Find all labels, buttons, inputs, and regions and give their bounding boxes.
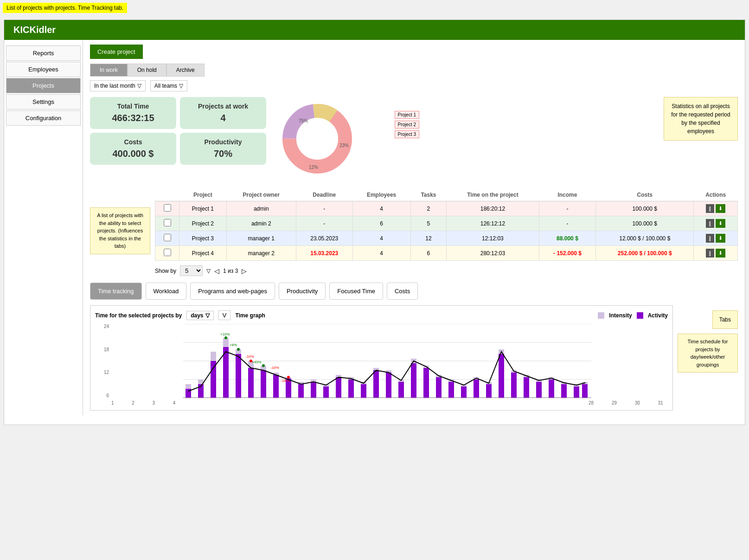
time-schedule-tooltip: Time schedule for projects by day/week/o… bbox=[678, 334, 738, 373]
total-time-label: Total Time bbox=[97, 103, 169, 110]
download-button-p4[interactable]: ⬇ bbox=[716, 249, 725, 257]
bar-act-31 bbox=[561, 384, 567, 398]
tab-programs[interactable]: Programs and web-pages bbox=[190, 283, 275, 300]
col-employees: Employees bbox=[352, 189, 410, 201]
cell-employees-p4: 4 bbox=[352, 246, 410, 261]
col-checkbox bbox=[155, 189, 179, 201]
row-checkbox-p3[interactable] bbox=[164, 234, 171, 241]
cell-costs-p4: 252.000 $ / 100.000 $ bbox=[596, 246, 694, 261]
summary-cards: Total Time 466:32:15 Projects at work 4 … bbox=[90, 97, 266, 165]
tab-costs[interactable]: Costs bbox=[387, 283, 418, 300]
cell-owner-p3: manager 1 bbox=[226, 231, 296, 246]
tab-productivity[interactable]: Productivity bbox=[279, 283, 326, 300]
cell-project-p2: Project 2 bbox=[179, 216, 227, 231]
x-axis-labels: 1 2 3 4 bbox=[111, 399, 663, 406]
tab-workload[interactable]: Workload bbox=[146, 283, 187, 300]
bar-act-33 bbox=[582, 384, 588, 398]
per-page-select[interactable]: 5 10 25 bbox=[180, 265, 203, 276]
next-page-button[interactable]: ▷ bbox=[242, 267, 247, 275]
sidebar-item-configuration[interactable]: Configuration bbox=[6, 110, 81, 126]
annotation-dot-2 bbox=[237, 348, 240, 351]
cell-employees-p3: 4 bbox=[352, 231, 410, 246]
sidebar-item-projects[interactable]: Projects bbox=[6, 78, 81, 93]
cell-costs-p3: 12.000 $ / 100.000 $ bbox=[596, 231, 694, 246]
cell-owner-p1: admin bbox=[226, 201, 296, 216]
sidebar-item-settings[interactable]: Settings bbox=[6, 94, 81, 109]
cell-owner-p2: admin 2 bbox=[226, 216, 296, 231]
cell-tasks-p2: 5 bbox=[410, 216, 447, 231]
sidebar-item-employees[interactable]: Employees bbox=[6, 62, 81, 77]
pause-button-p3[interactable]: ‖ bbox=[706, 234, 714, 243]
bar-act-21 bbox=[436, 377, 442, 398]
bar-act-14 bbox=[348, 380, 354, 398]
bar-activity-7 bbox=[261, 370, 266, 398]
pause-button-p2[interactable]: ‖ bbox=[706, 219, 714, 228]
toggle-button[interactable]: V bbox=[218, 310, 231, 320]
productivity-card: Productivity 70% bbox=[180, 133, 266, 165]
total-time-card: Total Time 466:32:15 bbox=[90, 97, 176, 129]
bar-act-16 bbox=[373, 370, 379, 398]
row-checkbox-p4[interactable] bbox=[164, 249, 171, 256]
annotation-plus10: +10% bbox=[220, 332, 230, 336]
bar-activity-6 bbox=[248, 368, 254, 398]
annotation-dot-4 bbox=[262, 364, 265, 367]
segment-label-12: 12% bbox=[309, 165, 318, 170]
bottom-tabs: Time tracking Workload Programs and web-… bbox=[90, 283, 673, 300]
tab-in-work[interactable]: In work bbox=[90, 64, 128, 77]
prev-page-button[interactable]: ◁ bbox=[214, 267, 219, 275]
pause-button-p1[interactable]: ‖ bbox=[706, 204, 714, 213]
col-time: Time on the project bbox=[447, 189, 539, 201]
bar-activity-8 bbox=[273, 375, 279, 398]
costs-label: Costs bbox=[97, 138, 169, 146]
download-button-p1[interactable]: ⬇ bbox=[716, 204, 725, 213]
donut-chart: 75% 23% 12% bbox=[271, 97, 364, 180]
chart-legend: Project 1 Project 2 Project 3 bbox=[395, 111, 419, 138]
annotation-plus8: +8% bbox=[230, 343, 237, 347]
bar-activity-5 bbox=[236, 354, 241, 398]
sidebar: Reports Employees Projects Settings Conf… bbox=[4, 40, 83, 415]
tabs-tooltip: Tabs bbox=[712, 310, 738, 329]
filter-row: In the last month ▽ All teams ▽ bbox=[90, 80, 738, 91]
cell-project-p1: Project 1 bbox=[179, 201, 227, 216]
legend-project2: Project 2 bbox=[395, 121, 419, 129]
cell-actions-p2: ‖ ⬇ bbox=[694, 216, 738, 231]
team-filter[interactable]: All teams ▽ bbox=[150, 80, 187, 91]
bar-act-13 bbox=[336, 377, 341, 398]
period-dropdown[interactable]: days ▽ bbox=[186, 311, 213, 320]
cell-employees-p1: 4 bbox=[352, 201, 410, 216]
tab-time-tracking[interactable]: Time tracking bbox=[90, 283, 142, 300]
tab-focused-time[interactable]: Focused Time bbox=[329, 283, 383, 300]
annotation-plus40: +40% bbox=[252, 360, 262, 364]
row-checkbox-p2[interactable] bbox=[164, 219, 171, 226]
annotation-minus10: -10% bbox=[245, 354, 254, 359]
col-project: Project bbox=[179, 189, 227, 201]
tab-on-hold[interactable]: On hold bbox=[128, 64, 166, 77]
pause-button-p4[interactable]: ‖ bbox=[706, 249, 714, 257]
download-button-p2[interactable]: ⬇ bbox=[716, 219, 725, 228]
productivity-label: Productivity bbox=[187, 138, 259, 146]
bar-act-28 bbox=[524, 377, 529, 398]
table-section: A list of projects with the ability to s… bbox=[90, 189, 738, 283]
dropdown-icon: ▽ bbox=[137, 83, 141, 89]
bar-act-10 bbox=[298, 384, 304, 398]
sidebar-item-reports[interactable]: Reports bbox=[6, 45, 81, 61]
bar-act-17 bbox=[386, 373, 391, 398]
cell-costs-p1: 100.000 $ bbox=[596, 201, 694, 216]
status-tabs: In work On hold Archive bbox=[90, 64, 738, 77]
period-filter[interactable]: In the last month ▽ bbox=[90, 80, 146, 91]
row-checkbox-p1[interactable] bbox=[164, 204, 171, 212]
annotation-dot-5 bbox=[287, 376, 290, 379]
right-tooltips: Tabs Time schedule for projects by day/w… bbox=[678, 283, 738, 373]
bar-act-24 bbox=[474, 380, 479, 398]
segment-label-75: 75% bbox=[299, 118, 308, 123]
costs-value: 400.000 $ bbox=[97, 148, 169, 159]
bar-act-26 bbox=[499, 354, 504, 398]
tab-archive[interactable]: Archive bbox=[166, 64, 205, 77]
activity-legend-swatch bbox=[637, 312, 643, 319]
cell-costs-p2: 100.000 $ bbox=[596, 216, 694, 231]
create-project-button[interactable]: Create project bbox=[90, 45, 143, 59]
download-button-p3[interactable]: ⬇ bbox=[716, 234, 725, 243]
projects-list-tooltip: A list of projects with the ability to s… bbox=[90, 207, 150, 254]
chart-title: Time for the selected projects by bbox=[95, 312, 182, 319]
cell-time-p2: 126:12:12 bbox=[447, 216, 539, 231]
